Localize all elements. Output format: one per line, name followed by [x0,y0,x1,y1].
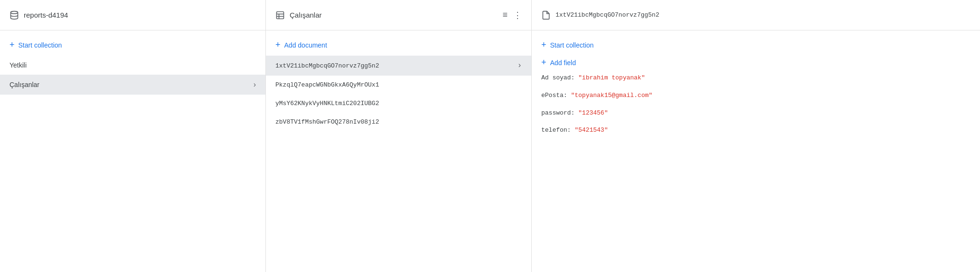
add-document-button[interactable]: + Add document [266,34,531,56]
plus-icon-start-collection-right: + [541,40,547,50]
collection-item-calisanlar[interactable]: Çalışanlar › [0,75,265,95]
plus-icon-doc: + [275,40,281,50]
documents-header-actions: ≡ ⋮ [502,10,522,20]
documents-header: Çalışanlar ≡ ⋮ [266,0,531,30]
field-value-2: "123456" [578,109,608,117]
field-key-1: ePosta [541,92,564,99]
collection-item-label-yetkili: Yetkili [9,61,27,69]
doc-item-0[interactable]: 1xtV21ibcMgbcqGO7norvz7gg5n2 › [266,56,531,76]
collection-item-yetkili[interactable]: Yetkili [0,56,265,75]
field-key-3: telefon [541,126,567,134]
more-icon[interactable]: ⋮ [513,10,522,20]
fields-panel: 1xtV21ibcMgbcqGO7norvz7gg5n2 + Start col… [532,0,980,272]
chevron-right-icon-calisanlar: › [254,80,256,89]
chevron-right-icon-doc-0: › [517,61,522,70]
field-value-1: "topyanak15@gmail.com" [571,92,652,99]
field-item-2: password: "123456" [532,105,980,122]
svg-rect-1 [277,11,284,19]
collections-panel: reports-d4194 + Start collection Yetkili… [0,0,266,272]
add-document-label: Add document [284,41,327,49]
doc-id-3: zbV8TV1fMshGwrFOQ278nIv08ji2 [275,118,379,126]
start-collection-label-left: Start collection [19,41,62,49]
fields-header: 1xtV21ibcMgbcqGO7norvz7gg5n2 [532,0,980,30]
field-key-2: password [541,109,571,117]
start-collection-label-right: Start collection [550,41,594,49]
documents-body: + Add document 1xtV21ibcMgbcqGO7norvz7gg… [266,30,531,272]
collection-item-label-calisanlar: Çalışanlar [9,81,39,88]
collections-title: reports-d4194 [24,11,256,19]
field-value-0: "ibrahim topyanak" [578,74,645,81]
fields-body: + Start collection + Add field Ad soyad:… [532,30,980,272]
doc-item-3[interactable]: zbV8TV1fMshGwrFOQ278nIv08ji2 [266,113,531,131]
plus-icon-field: + [541,58,547,68]
start-collection-button-right[interactable]: + Start collection [532,34,980,56]
add-field-button[interactable]: + Add field [532,56,980,69]
doc-id-2: yMsY62KNykVyHNKLtmiC202IUBG2 [275,100,379,107]
field-item-1: ePosta: "topyanak15@gmail.com" [532,87,980,105]
doc-id-0: 1xtV21ibcMgbcqGO7norvz7gg5n2 [275,62,379,69]
svg-point-0 [11,11,18,13]
collections-body: + Start collection Yetkili Çalışanlar › [0,30,265,272]
field-item-0: Ad soyad: "ibrahim topyanak" [532,69,980,87]
documents-panel: Çalışanlar ≡ ⋮ + Add document 1xtV21ibcM… [266,0,532,272]
documents-title: Çalışanlar [290,11,498,19]
field-item-3: telefon: "5421543" [532,122,980,139]
doc-id-1: PkzqlQ7eapcWGNbGkxA6QyMrOUx1 [275,81,379,88]
doc-item-2[interactable]: yMsY62KNykVyHNKLtmiC202IUBG2 [266,94,531,113]
filter-icon[interactable]: ≡ [502,10,508,20]
field-value-3: "5421543" [575,126,608,134]
fields-title: 1xtV21ibcMgbcqGO7norvz7gg5n2 [556,11,971,19]
add-field-label: Add field [550,59,576,67]
doc-item-1[interactable]: PkzqlQ7eapcWGNbGkxA6QyMrOUx1 [266,76,531,94]
collection-icon [275,10,285,20]
document-icon [541,10,551,20]
collections-header: reports-d4194 [0,0,265,30]
field-key-0: Ad soyad [541,74,571,81]
main-container: reports-d4194 + Start collection Yetkili… [0,0,980,272]
plus-icon-left: + [9,40,15,50]
start-collection-button-left[interactable]: + Start collection [0,34,265,56]
database-icon [9,10,19,20]
